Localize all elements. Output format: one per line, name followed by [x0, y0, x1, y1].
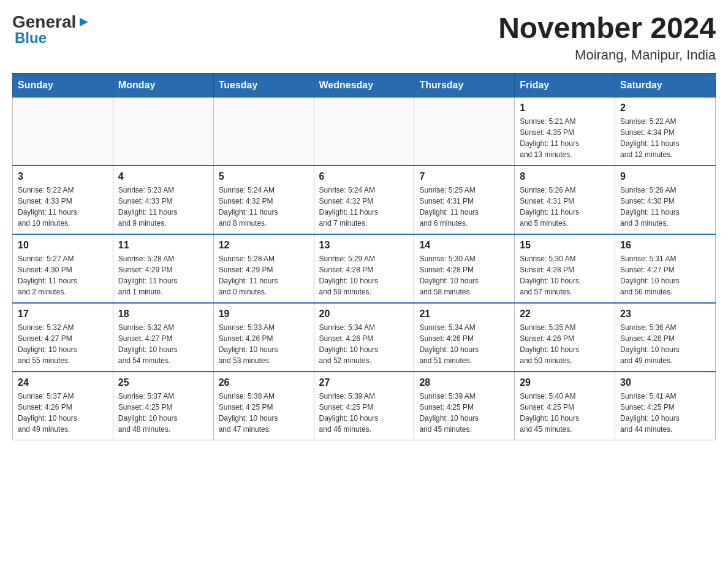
header-friday: Friday: [515, 73, 615, 97]
day-number: 3: [18, 171, 108, 182]
table-row: 19Sunrise: 5:33 AMSunset: 4:26 PMDayligh…: [213, 303, 314, 372]
day-info: Sunrise: 5:22 AMSunset: 4:34 PMDaylight:…: [620, 116, 710, 160]
month-title: November 2024: [498, 12, 716, 45]
table-row: [113, 97, 213, 166]
day-number: 17: [18, 308, 108, 320]
day-number: 21: [419, 308, 509, 320]
day-number: 1: [520, 102, 610, 113]
day-number: 24: [18, 377, 108, 388]
day-number: 2: [620, 102, 710, 113]
day-info: Sunrise: 5:39 AMSunset: 4:25 PMDaylight:…: [319, 391, 409, 435]
table-row: 25Sunrise: 5:37 AMSunset: 4:25 PMDayligh…: [113, 372, 213, 440]
table-row: 10Sunrise: 5:27 AMSunset: 4:30 PMDayligh…: [13, 234, 113, 303]
day-number: 16: [620, 240, 710, 251]
day-number: 25: [118, 377, 208, 388]
day-number: 14: [419, 240, 509, 251]
day-number: 19: [219, 308, 309, 320]
day-info: Sunrise: 5:37 AMSunset: 4:26 PMDaylight:…: [18, 391, 108, 435]
table-row: 5Sunrise: 5:24 AMSunset: 4:32 PMDaylight…: [213, 166, 314, 234]
table-row: 13Sunrise: 5:29 AMSunset: 4:28 PMDayligh…: [314, 234, 414, 303]
day-number: 10: [18, 240, 108, 251]
day-info: Sunrise: 5:26 AMSunset: 4:30 PMDaylight:…: [620, 185, 710, 229]
day-number: 29: [520, 377, 610, 388]
day-info: Sunrise: 5:27 AMSunset: 4:30 PMDaylight:…: [18, 253, 108, 297]
table-row: [314, 97, 414, 166]
calendar-week-row: 17Sunrise: 5:32 AMSunset: 4:27 PMDayligh…: [13, 303, 716, 372]
day-info: Sunrise: 5:41 AMSunset: 4:25 PMDaylight:…: [620, 391, 710, 435]
calendar-week-row: 24Sunrise: 5:37 AMSunset: 4:26 PMDayligh…: [13, 372, 716, 440]
day-info: Sunrise: 5:25 AMSunset: 4:31 PMDaylight:…: [419, 185, 509, 229]
day-info: Sunrise: 5:24 AMSunset: 4:32 PMDaylight:…: [319, 185, 409, 229]
day-number: 12: [219, 240, 309, 251]
header-sunday: Sunday: [13, 73, 113, 97]
table-row: 6Sunrise: 5:24 AMSunset: 4:32 PMDaylight…: [314, 166, 414, 234]
logo: General Blue: [12, 12, 91, 47]
location-title: Moirang, Manipur, India: [498, 47, 716, 63]
table-row: 15Sunrise: 5:30 AMSunset: 4:28 PMDayligh…: [515, 234, 615, 303]
day-info: Sunrise: 5:28 AMSunset: 4:29 PMDaylight:…: [219, 253, 309, 297]
day-number: 28: [419, 377, 509, 388]
day-number: 9: [620, 171, 710, 182]
calendar-week-row: 1Sunrise: 5:21 AMSunset: 4:35 PMDaylight…: [13, 97, 716, 166]
header-wednesday: Wednesday: [314, 73, 414, 97]
day-info: Sunrise: 5:33 AMSunset: 4:26 PMDaylight:…: [219, 322, 309, 366]
day-info: Sunrise: 5:32 AMSunset: 4:27 PMDaylight:…: [18, 322, 108, 366]
table-row: 11Sunrise: 5:28 AMSunset: 4:29 PMDayligh…: [113, 234, 213, 303]
svg-marker-0: [80, 18, 88, 26]
day-number: 23: [620, 308, 710, 320]
day-info: Sunrise: 5:40 AMSunset: 4:25 PMDaylight:…: [520, 391, 610, 435]
day-info: Sunrise: 5:28 AMSunset: 4:29 PMDaylight:…: [118, 253, 208, 297]
day-number: 11: [118, 240, 208, 251]
day-info: Sunrise: 5:34 AMSunset: 4:26 PMDaylight:…: [319, 322, 409, 366]
day-number: 15: [520, 240, 610, 251]
day-info: Sunrise: 5:24 AMSunset: 4:32 PMDaylight:…: [219, 185, 309, 229]
table-row: 4Sunrise: 5:23 AMSunset: 4:33 PMDaylight…: [113, 166, 213, 234]
day-info: Sunrise: 5:37 AMSunset: 4:25 PMDaylight:…: [118, 391, 208, 435]
day-number: 5: [219, 171, 309, 182]
table-row: 14Sunrise: 5:30 AMSunset: 4:28 PMDayligh…: [414, 234, 515, 303]
table-row: 26Sunrise: 5:38 AMSunset: 4:25 PMDayligh…: [213, 372, 314, 440]
table-row: 16Sunrise: 5:31 AMSunset: 4:27 PMDayligh…: [615, 234, 716, 303]
table-row: 2Sunrise: 5:22 AMSunset: 4:34 PMDaylight…: [615, 97, 716, 166]
day-number: 6: [319, 171, 409, 182]
table-row: 24Sunrise: 5:37 AMSunset: 4:26 PMDayligh…: [13, 372, 113, 440]
day-info: Sunrise: 5:39 AMSunset: 4:25 PMDaylight:…: [419, 391, 509, 435]
header-saturday: Saturday: [615, 73, 716, 97]
day-info: Sunrise: 5:36 AMSunset: 4:26 PMDaylight:…: [620, 322, 710, 366]
day-info: Sunrise: 5:38 AMSunset: 4:25 PMDaylight:…: [219, 391, 309, 435]
logo-blue: Blue: [12, 29, 47, 47]
calendar-header-row: Sunday Monday Tuesday Wednesday Thursday…: [13, 73, 716, 97]
day-number: 20: [319, 308, 409, 320]
day-info: Sunrise: 5:29 AMSunset: 4:28 PMDaylight:…: [319, 253, 409, 297]
day-info: Sunrise: 5:31 AMSunset: 4:27 PMDaylight:…: [620, 253, 710, 297]
day-number: 7: [419, 171, 509, 182]
table-row: 28Sunrise: 5:39 AMSunset: 4:25 PMDayligh…: [414, 372, 515, 440]
calendar-week-row: 10Sunrise: 5:27 AMSunset: 4:30 PMDayligh…: [13, 234, 716, 303]
table-row: 30Sunrise: 5:41 AMSunset: 4:25 PMDayligh…: [615, 372, 716, 440]
day-number: 18: [118, 308, 208, 320]
day-number: 8: [520, 171, 610, 182]
table-row: 27Sunrise: 5:39 AMSunset: 4:25 PMDayligh…: [314, 372, 414, 440]
day-info: Sunrise: 5:23 AMSunset: 4:33 PMDaylight:…: [118, 185, 208, 229]
table-row: [13, 97, 113, 166]
day-number: 4: [118, 171, 208, 182]
table-row: 18Sunrise: 5:32 AMSunset: 4:27 PMDayligh…: [113, 303, 213, 372]
day-number: 26: [219, 377, 309, 388]
table-row: 17Sunrise: 5:32 AMSunset: 4:27 PMDayligh…: [13, 303, 113, 372]
header: General Blue November 2024 Moirang, Mani…: [12, 12, 716, 63]
table-row: 21Sunrise: 5:34 AMSunset: 4:26 PMDayligh…: [414, 303, 515, 372]
day-info: Sunrise: 5:32 AMSunset: 4:27 PMDaylight:…: [118, 322, 208, 366]
day-info: Sunrise: 5:34 AMSunset: 4:26 PMDaylight:…: [419, 322, 509, 366]
table-row: 8Sunrise: 5:26 AMSunset: 4:31 PMDaylight…: [515, 166, 615, 234]
table-row: 9Sunrise: 5:26 AMSunset: 4:30 PMDaylight…: [615, 166, 716, 234]
table-row: [213, 97, 314, 166]
table-row: 12Sunrise: 5:28 AMSunset: 4:29 PMDayligh…: [213, 234, 314, 303]
day-number: 13: [319, 240, 409, 251]
header-monday: Monday: [113, 73, 213, 97]
table-row: 29Sunrise: 5:40 AMSunset: 4:25 PMDayligh…: [515, 372, 615, 440]
day-info: Sunrise: 5:21 AMSunset: 4:35 PMDaylight:…: [520, 116, 610, 160]
day-info: Sunrise: 5:30 AMSunset: 4:28 PMDaylight:…: [419, 253, 509, 297]
table-row: [414, 97, 515, 166]
day-info: Sunrise: 5:30 AMSunset: 4:28 PMDaylight:…: [520, 253, 610, 297]
day-info: Sunrise: 5:35 AMSunset: 4:26 PMDaylight:…: [520, 322, 610, 366]
